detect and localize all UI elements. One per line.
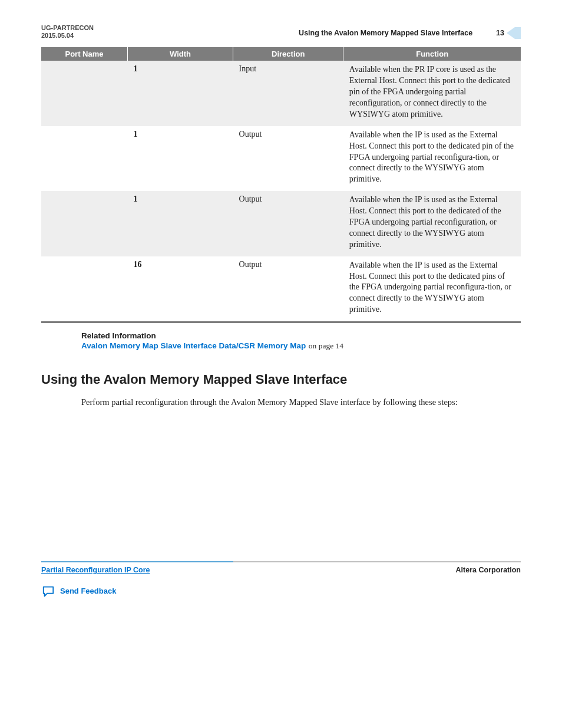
cell-width: 1 [128, 61, 233, 126]
table-row: 16 Output Available when the IP is used … [41, 256, 521, 322]
cell-function: Available when the PR IP core is used as… [343, 61, 521, 126]
footer-company: Altera Corporation [456, 566, 521, 574]
cell-direction: Input [233, 61, 343, 126]
col-width: Width [128, 47, 233, 61]
running-head: Using the Avalon Memory Mapped Slave Int… [299, 29, 472, 37]
cell-port [41, 61, 128, 126]
related-link-suffix: on page 14 [309, 341, 343, 350]
doc-meta: UG-PARTRECON 2015.05.04 [41, 24, 94, 39]
ports-table: Port Name Width Direction Function 1 Inp… [41, 47, 521, 323]
cell-function: Available when the IP is used as the Ext… [343, 126, 521, 191]
col-function: Function [343, 47, 521, 61]
cell-direction: Output [233, 126, 343, 191]
page-number-tag: 13 [490, 27, 521, 39]
col-port-name: Port Name [41, 47, 128, 61]
page-number-chevron-icon [507, 27, 515, 39]
table-header-row: Port Name Width Direction Function [41, 47, 521, 61]
cell-function: Available when the IP is used as the Ext… [343, 191, 521, 256]
table-row: 1 Output Available when the IP is used a… [41, 191, 521, 256]
header-right: Using the Avalon Memory Mapped Slave Int… [299, 27, 521, 39]
footer-doc-link[interactable]: Partial Reconfiguration IP Core [41, 566, 150, 574]
col-direction: Direction [233, 47, 343, 61]
table-row: 1 Output Available when the IP is used a… [41, 126, 521, 191]
section-body: Perform partial reconfiguration through … [81, 396, 521, 408]
doc-id: UG-PARTRECON [41, 24, 94, 32]
page-number-chevron-tail [515, 27, 521, 39]
page-header: UG-PARTRECON 2015.05.04 Using the Avalon… [41, 24, 521, 39]
table-row: 1 Input Available when the PR IP core is… [41, 61, 521, 126]
related-line: Avalon Memory Map Slave Interface Data/C… [81, 340, 521, 351]
related-information: Related Information Avalon Memory Map Sl… [81, 331, 521, 351]
footer-row: Partial Reconfiguration IP Core Altera C… [41, 566, 521, 574]
footer-separator [41, 561, 521, 562]
cell-port [41, 191, 128, 256]
speech-bubble-icon [41, 585, 55, 598]
send-feedback[interactable]: Send Feedback [41, 585, 521, 598]
doc-date: 2015.05.04 [41, 32, 94, 39]
cell-width: 16 [128, 256, 233, 322]
cell-port [41, 126, 128, 191]
cell-direction: Output [233, 256, 343, 322]
send-feedback-label: Send Feedback [60, 587, 116, 595]
cell-port [41, 256, 128, 322]
related-heading: Related Information [81, 331, 521, 340]
related-link[interactable]: Avalon Memory Map Slave Interface Data/C… [81, 341, 306, 350]
section-heading: Using the Avalon Memory Mapped Slave Int… [41, 372, 521, 387]
cell-function: Available when the IP is used as the Ext… [343, 256, 521, 322]
cell-direction: Output [233, 191, 343, 256]
cell-width: 1 [128, 191, 233, 256]
cell-width: 1 [128, 126, 233, 191]
